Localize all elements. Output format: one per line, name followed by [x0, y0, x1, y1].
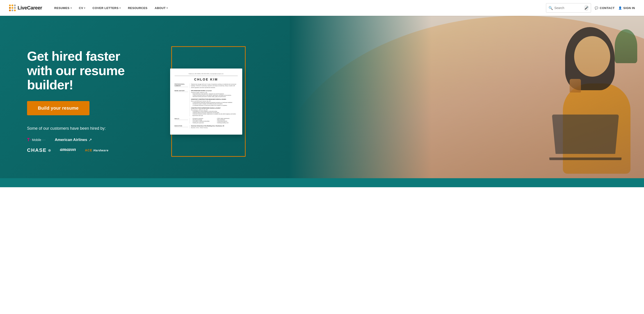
- job-entry-3: CONSTRUCTION SUPERVISOR 01/2012 to 01/20…: [191, 107, 238, 116]
- job-2-company: Burns and McDonnell, Kansas City, MO: [191, 100, 238, 102]
- signin-label: SIGN IN: [623, 6, 635, 10]
- job-1-bullet-3: • Monitored worksite personnel to mainta…: [192, 96, 238, 97]
- nav-item-about[interactable]: ABOUT ▾: [152, 5, 171, 12]
- laptop-base: [549, 157, 622, 160]
- logo-dot-6: [14, 7, 16, 9]
- logo-dot-3: [14, 5, 16, 6]
- job-2-bullet-3: • Coordinated all phases of construction…: [192, 105, 238, 106]
- hero-photo-area: [290, 16, 644, 187]
- logo[interactable]: LiveCareer: [9, 5, 42, 11]
- logo-dot-4: [9, 7, 11, 9]
- summary-text: Talented site manager with over 11 years…: [191, 84, 238, 88]
- job-3-bullet-3: • Estimated materials and labor requirem…: [192, 113, 238, 116]
- resume-contact-line: Patterson, MO 63956 | 555-555-5555 | exa…: [175, 73, 238, 76]
- amazon-logo: amazon ⌣: [60, 146, 76, 154]
- person-laptop: [552, 115, 619, 154]
- logo-dot-1: [9, 5, 11, 6]
- ace-hardware-logo: ACE Hardware: [85, 148, 108, 152]
- resume-work-section: WORK HISTORY SITE MANAGER 01/2021 to Cur…: [175, 90, 238, 116]
- nav-item-cover-letters[interactable]: COVER LETTERS ▾: [90, 5, 124, 12]
- aa-wing-icon: ↗: [88, 137, 92, 142]
- tmobile-logo: T· Mobile ···: [27, 137, 46, 142]
- logo-dots: [9, 5, 16, 11]
- job-3-title: CONSTRUCTION SUPERVISOR 01/2012 to 01/20…: [191, 107, 238, 109]
- contact-label: CONTACT: [600, 6, 615, 10]
- chevron-down-icon: ▾: [166, 7, 168, 9]
- photo-fade-gradient: [290, 16, 432, 187]
- logo-dot-2: [12, 5, 13, 6]
- user-icon: 👤: [618, 6, 622, 10]
- chase-logo: CHASE ⊕: [27, 147, 51, 153]
- nav-item-cv[interactable]: CV ▾: [76, 5, 88, 12]
- hero-section: Patterson, MO 63956 | 555-555-5555 | exa…: [0, 16, 644, 187]
- nav-label-resources: RESOURCES: [128, 6, 148, 10]
- american-airlines-logo: American Airlines ↗: [55, 137, 92, 142]
- tmobile-t-icon: T·: [27, 137, 31, 142]
- build-resume-button[interactable]: Build your resume: [27, 101, 90, 115]
- person-face: [574, 36, 610, 77]
- skills-section-title: SKILLS: [175, 118, 188, 120]
- chevron-down-icon: ▾: [70, 7, 72, 9]
- resume-summary-section: PROFESSIONAL SUMMARY Talented site manag…: [175, 84, 238, 88]
- education-school: American University of the Building Arts…: [191, 125, 238, 127]
- tmobile-text: Mobile: [32, 138, 41, 142]
- tmobile-dots: ···: [42, 138, 46, 141]
- plant-decoration: [615, 29, 637, 63]
- education-degree: Bachelor of Arts, Timber Framing: [191, 127, 238, 128]
- job-1-company: Vreeland Capital, Patterson, MO: [191, 92, 238, 93]
- resume-preview-card: Patterson, MO 63956 | 555-555-5555 | exa…: [170, 69, 242, 135]
- nav-label-cover-letters: COVER LETTERS: [92, 6, 119, 10]
- microphone-icon[interactable]: 🎤: [584, 5, 588, 11]
- nav-label-resumes: RESUMES: [54, 6, 70, 10]
- resume-name: CHLOE KIM: [175, 77, 238, 82]
- job-entry-1: SITE MANAGER 01/2021 to Current Vreeland…: [191, 90, 238, 97]
- work-section-title: WORK HISTORY: [175, 90, 188, 92]
- american-airlines-text: American Airlines: [55, 138, 87, 142]
- logo-dot-9: [14, 10, 16, 11]
- header-right: 🔍 🎤 💬 CONTACT 👤 SIGN IN: [546, 3, 635, 13]
- ace-hardware-text: ACE Hardware: [85, 148, 108, 152]
- chase-text: CHASE: [27, 147, 47, 153]
- chevron-down-icon: ▾: [120, 7, 121, 9]
- contact-link[interactable]: 💬 CONTACT: [595, 6, 615, 10]
- main-nav: RESUMES ▾ CV ▾ COVER LETTERS ▾ RESOURCES…: [51, 5, 546, 12]
- nav-label-cv: CV: [79, 6, 83, 10]
- job-2-title: ASSISTANT CONSTRUCTION MANAGER 01/2018 t…: [191, 99, 238, 100]
- hardware-text: Hardware: [93, 149, 108, 152]
- person-cup: [570, 79, 581, 93]
- company-logos: T· Mobile ··· American Airlines ↗ CHASE …: [27, 137, 140, 154]
- skills-col-2: • OSHA safety requirements • Manual dext…: [216, 118, 238, 124]
- customers-text: Some of our customers have been hired by…: [27, 126, 140, 131]
- job-3-company: Barr Engineer, Jefferson City, MO: [191, 109, 238, 111]
- search-input[interactable]: [554, 6, 583, 10]
- skills-col-1: • Emergency assistance • Planning and de…: [191, 118, 214, 124]
- job-1-title: SITE MANAGER 01/2021 to Current: [191, 90, 238, 92]
- resume-education-section: EDUCATION American University of the Bui…: [175, 125, 238, 129]
- hero-content: Get hired faster with our resume builder…: [0, 16, 158, 187]
- header: LiveCareer RESUMES ▾ CV ▾ COVER LETTERS …: [0, 0, 644, 16]
- logo-dot-5: [12, 7, 13, 9]
- nav-item-resumes[interactable]: RESUMES ▾: [51, 5, 75, 12]
- company-row-2: CHASE ⊕ amazon ⌣ ACE Hardware: [27, 146, 140, 154]
- signin-link[interactable]: 👤 SIGN IN: [618, 6, 635, 10]
- logo-text: LiveCareer: [18, 5, 42, 11]
- search-bar[interactable]: 🔍 🎤: [546, 3, 591, 13]
- education-section-title: EDUCATION: [175, 125, 188, 127]
- nav-item-resources[interactable]: RESOURCES: [125, 5, 151, 12]
- summary-section-title: PROFESSIONAL SUMMARY: [175, 84, 188, 87]
- hero-title: Get hired faster with our resume builder…: [27, 49, 140, 92]
- ace-text: ACE: [85, 148, 92, 152]
- search-icon: 🔍: [548, 6, 553, 10]
- nav-label-about: ABOUT: [155, 6, 166, 10]
- company-row-1: T· Mobile ··· American Airlines ↗: [27, 137, 140, 142]
- job-entry-2: ASSISTANT CONSTRUCTION MANAGER 01/2018 t…: [191, 99, 238, 106]
- chevron-down-icon: ▾: [84, 7, 86, 9]
- logo-dot-8: [12, 10, 13, 11]
- logo-dot-7: [9, 10, 11, 11]
- resume-skills-section: SKILLS • Emergency assistance • Planning…: [175, 118, 238, 124]
- chat-icon: 💬: [595, 6, 598, 10]
- chase-icon: ⊕: [48, 148, 51, 152]
